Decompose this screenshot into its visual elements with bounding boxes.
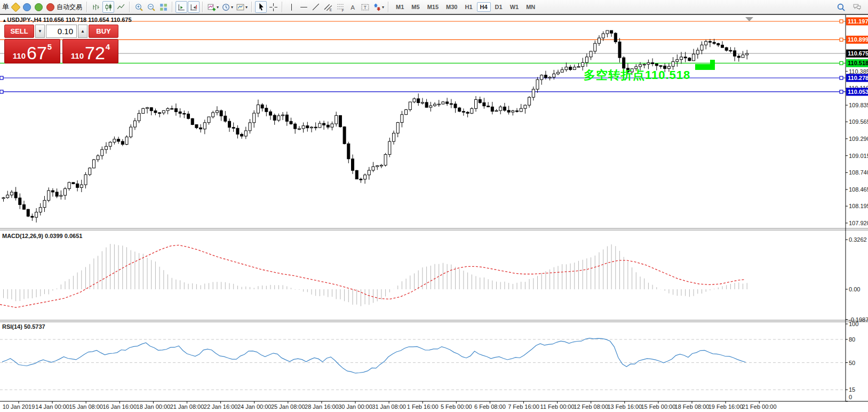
draw-channel-icon: E bbox=[324, 3, 333, 12]
svg-text:14 Jan 00:00: 14 Jan 00:00 bbox=[35, 403, 69, 410]
svg-text:110.385: 110.385 bbox=[849, 68, 868, 75]
draw-arrows-icon bbox=[372, 3, 381, 12]
draw-channel-button[interactable]: E bbox=[322, 1, 334, 13]
sell-price-tile[interactable]: 110675 bbox=[4, 39, 60, 64]
signals-icon bbox=[35, 3, 43, 11]
chart-annotation: 多空转折点110.518 bbox=[584, 67, 690, 83]
draw-hline-button[interactable] bbox=[298, 1, 309, 13]
svg-text:28 Jan 16:00: 28 Jan 16:00 bbox=[305, 403, 339, 410]
chat-button[interactable] bbox=[851, 1, 863, 13]
chart-canvas[interactable]: 0.32620.00-0.19871008050150110.385110.11… bbox=[0, 15, 868, 412]
auto-trading-button[interactable]: 自动交易 bbox=[45, 1, 84, 13]
svg-text:109.015: 109.015 bbox=[849, 153, 868, 159]
svg-text:100: 100 bbox=[849, 321, 858, 327]
indicators-button[interactable]: ▾ bbox=[206, 1, 220, 13]
buy-button[interactable]: BUY bbox=[89, 25, 118, 38]
tab-M30[interactable]: M30 bbox=[443, 2, 460, 12]
main-toolbar: 单自动交易▾▾▾EFAT▾M1M5M15M30H1H4D1W1MN bbox=[0, 0, 868, 15]
svg-text:0: 0 bbox=[849, 394, 852, 400]
volume-input[interactable]: 0.10 bbox=[46, 25, 77, 38]
draw-vline-button[interactable] bbox=[285, 1, 297, 13]
draw-text-button[interactable]: A bbox=[347, 1, 359, 13]
buy-price-sup: 4 bbox=[106, 42, 110, 51]
sell-button[interactable]: SELL bbox=[4, 25, 34, 38]
tab-W1[interactable]: W1 bbox=[507, 2, 522, 12]
zoom-out-icon bbox=[147, 3, 156, 12]
draw-fibonacci-button[interactable]: F bbox=[335, 1, 346, 13]
indicators-icon bbox=[207, 3, 216, 12]
tab-M1[interactable]: M1 bbox=[393, 2, 407, 12]
auto-scroll-icon bbox=[177, 3, 186, 12]
draw-label-button[interactable]: T bbox=[359, 1, 371, 13]
toolbar-separator bbox=[172, 2, 173, 12]
objects-button[interactable] bbox=[11, 1, 21, 13]
svg-text:24 Jan 00:00: 24 Jan 00:00 bbox=[237, 403, 272, 410]
svg-text:107.920: 107.920 bbox=[849, 220, 868, 226]
templates-button[interactable]: ▾ bbox=[235, 1, 249, 13]
search-button[interactable] bbox=[835, 1, 847, 13]
candlestick-chart-button[interactable] bbox=[102, 1, 114, 13]
line-chart-icon bbox=[116, 3, 125, 12]
mt4-window: 单自动交易▾▾▾EFAT▾M1M5M15M30H1H4D1W1MN 0.3262… bbox=[0, 0, 868, 412]
svg-text:0.3262: 0.3262 bbox=[849, 236, 867, 243]
svg-text:110.899: 110.899 bbox=[848, 36, 868, 43]
draw-label-icon: T bbox=[361, 3, 370, 12]
tile-windows-button[interactable] bbox=[157, 1, 169, 13]
toolbar-right bbox=[835, 1, 866, 13]
svg-text:15 Feb 00:00: 15 Feb 00:00 bbox=[641, 403, 675, 410]
tab-MN[interactable]: MN bbox=[523, 2, 538, 12]
svg-text:21 Jan 08:00: 21 Jan 08:00 bbox=[170, 403, 204, 410]
volume-increase-button[interactable]: ▲ bbox=[78, 25, 87, 38]
chart-shift-icon bbox=[189, 3, 198, 12]
svg-text:110.278: 110.278 bbox=[848, 75, 868, 81]
caret-down-icon: ▾ bbox=[382, 5, 384, 10]
svg-text:31 Jan 08:00: 31 Jan 08:00 bbox=[372, 403, 406, 410]
zoom-out-button[interactable] bbox=[145, 1, 157, 13]
tab-D1[interactable]: D1 bbox=[492, 2, 506, 12]
zoom-in-button[interactable] bbox=[133, 1, 145, 13]
sell-price-big: 67 bbox=[27, 45, 47, 61]
toolbar-separator bbox=[282, 2, 283, 12]
svg-text:A: A bbox=[351, 3, 355, 10]
caret-down-icon: ▾ bbox=[231, 5, 233, 10]
chart-shift-button[interactable] bbox=[188, 1, 200, 13]
new-order-button[interactable]: 单 bbox=[2, 2, 9, 12]
svg-text:11 Feb 00:00: 11 Feb 00:00 bbox=[540, 403, 575, 410]
volume-decrease-button[interactable]: ▼ bbox=[35, 25, 45, 38]
crosshair-button[interactable] bbox=[267, 1, 279, 13]
chart-title: ▴USDJPY-,H4 110.656 110.718 110.654 110.… bbox=[3, 17, 132, 23]
bar-chart-button[interactable] bbox=[90, 1, 102, 13]
draw-trendline-button[interactable] bbox=[310, 1, 322, 13]
buy-price-tile[interactable]: 110724 bbox=[62, 39, 118, 64]
sell-price-sup: 5 bbox=[47, 42, 52, 51]
tab-H1[interactable]: H1 bbox=[461, 2, 475, 12]
svg-text:18 Feb 08:00: 18 Feb 08:00 bbox=[675, 403, 710, 410]
svg-text:18 Jan 00:00: 18 Jan 00:00 bbox=[137, 403, 171, 410]
svg-text:80: 80 bbox=[849, 336, 855, 343]
auto-scroll-button[interactable] bbox=[176, 1, 187, 13]
draw-arrows-button[interactable]: ▾ bbox=[371, 1, 385, 13]
periods-button[interactable]: ▾ bbox=[220, 1, 234, 13]
buy-price-prefix: 110 bbox=[71, 51, 84, 61]
svg-text:16 Jan 16:00: 16 Jan 16:00 bbox=[102, 403, 137, 410]
templates-icon bbox=[236, 3, 245, 12]
tab-H4[interactable]: H4 bbox=[477, 2, 491, 12]
signals-button[interactable] bbox=[33, 1, 44, 13]
rsi-label: RSI(14) 50.5737 bbox=[2, 323, 45, 330]
cursor-button[interactable] bbox=[255, 1, 267, 13]
buy-price-big: 72 bbox=[85, 45, 105, 61]
svg-text:13 Feb 16:00: 13 Feb 16:00 bbox=[607, 403, 642, 410]
svg-text:109.835: 109.835 bbox=[849, 102, 868, 108]
toolbar-separator bbox=[86, 2, 87, 12]
svg-text:5 Feb 00:00: 5 Feb 00:00 bbox=[441, 403, 472, 410]
tab-M15[interactable]: M15 bbox=[424, 2, 442, 12]
line-chart-button[interactable] bbox=[115, 1, 126, 13]
bar-chart-icon bbox=[92, 3, 101, 12]
profiles-button[interactable] bbox=[21, 1, 33, 13]
svg-text:111.197: 111.197 bbox=[848, 18, 868, 25]
collapse-icon[interactable]: ▴ bbox=[3, 18, 6, 23]
profiles-icon bbox=[23, 3, 31, 11]
tab-M5[interactable]: M5 bbox=[408, 2, 423, 12]
svg-text:1 Feb 16:00: 1 Feb 16:00 bbox=[407, 403, 439, 410]
svg-text:22 Jan 16:00: 22 Jan 16:00 bbox=[204, 403, 238, 410]
